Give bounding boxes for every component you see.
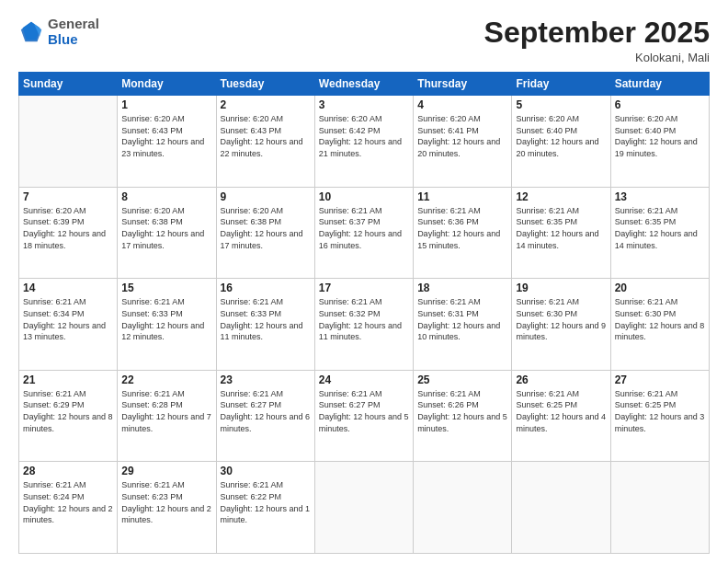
table-row: 16 Sunrise: 6:21 AM Sunset: 6:33 PM Dayl… — [216, 279, 314, 371]
sunrise-text: Sunrise: 6:20 AM — [516, 113, 606, 125]
table-row: 5 Sunrise: 6:20 AM Sunset: 6:40 PM Dayli… — [512, 96, 610, 188]
table-row: 10 Sunrise: 6:21 AM Sunset: 6:37 PM Dayl… — [314, 187, 413, 279]
day-info: Sunrise: 6:21 AM Sunset: 6:27 PM Dayligh… — [319, 388, 409, 434]
daylight-text: Daylight: 12 hours and 13 minutes. — [23, 320, 113, 343]
day-number: 29 — [121, 465, 211, 477]
sunset-text: Sunset: 6:41 PM — [417, 125, 507, 137]
day-number: 19 — [516, 282, 606, 294]
day-number: 14 — [23, 282, 113, 294]
day-number: 1 — [121, 98, 211, 111]
day-info: Sunrise: 6:21 AM Sunset: 6:25 PM Dayligh… — [615, 388, 705, 434]
day-info: Sunrise: 6:20 AM Sunset: 6:40 PM Dayligh… — [615, 113, 705, 159]
day-info: Sunrise: 6:21 AM Sunset: 6:27 PM Dayligh… — [221, 388, 311, 434]
day-number: 9 — [221, 190, 311, 203]
day-info: Sunrise: 6:20 AM Sunset: 6:38 PM Dayligh… — [221, 205, 311, 251]
daylight-text: Daylight: 12 hours and 21 minutes. — [319, 136, 409, 159]
daylight-text: Daylight: 12 hours and 9 minutes. — [516, 320, 606, 343]
day-info: Sunrise: 6:21 AM Sunset: 6:30 PM Dayligh… — [615, 296, 705, 342]
sunset-text: Sunset: 6:24 PM — [23, 491, 113, 503]
sunrise-text: Sunrise: 6:21 AM — [319, 388, 409, 400]
day-info: Sunrise: 6:20 AM Sunset: 6:43 PM Dayligh… — [221, 113, 311, 159]
sunset-text: Sunset: 6:28 PM — [121, 399, 211, 411]
day-info: Sunrise: 6:20 AM Sunset: 6:38 PM Dayligh… — [121, 205, 211, 251]
daylight-text: Daylight: 12 hours and 16 minutes. — [319, 228, 409, 251]
table-row: 30 Sunrise: 6:21 AM Sunset: 6:22 PM Dayl… — [216, 462, 314, 554]
calendar-week-row: 1 Sunrise: 6:20 AM Sunset: 6:43 PM Dayli… — [19, 96, 710, 188]
sunrise-text: Sunrise: 6:20 AM — [221, 113, 311, 125]
daylight-text: Daylight: 12 hours and 2 minutes. — [121, 503, 211, 526]
day-number: 24 — [319, 373, 409, 386]
calendar-header-row: Sunday Monday Tuesday Wednesday Thursday… — [19, 73, 710, 96]
daylight-text: Daylight: 12 hours and 4 minutes. — [516, 411, 606, 434]
col-tuesday: Tuesday — [216, 73, 314, 96]
day-info: Sunrise: 6:20 AM Sunset: 6:39 PM Dayligh… — [23, 205, 113, 251]
table-row: 4 Sunrise: 6:20 AM Sunset: 6:41 PM Dayli… — [414, 96, 512, 188]
day-number: 27 — [615, 373, 705, 386]
sunrise-text: Sunrise: 6:21 AM — [615, 205, 705, 217]
daylight-text: Daylight: 12 hours and 11 minutes. — [221, 320, 311, 343]
daylight-text: Daylight: 12 hours and 20 minutes. — [417, 136, 507, 159]
table-row: 13 Sunrise: 6:21 AM Sunset: 6:35 PM Dayl… — [610, 187, 709, 279]
sunset-text: Sunset: 6:33 PM — [221, 308, 311, 320]
day-number: 21 — [23, 373, 113, 386]
sunset-text: Sunset: 6:25 PM — [615, 399, 705, 411]
col-saturday: Saturday — [610, 73, 709, 96]
col-wednesday: Wednesday — [314, 73, 413, 96]
logo-general: General — [48, 17, 99, 32]
table-row: 28 Sunrise: 6:21 AM Sunset: 6:24 PM Dayl… — [19, 462, 118, 554]
sunset-text: Sunset: 6:30 PM — [615, 308, 705, 320]
sunset-text: Sunset: 6:40 PM — [516, 125, 606, 137]
day-info: Sunrise: 6:21 AM Sunset: 6:28 PM Dayligh… — [121, 388, 211, 434]
table-row — [512, 462, 610, 554]
sunrise-text: Sunrise: 6:21 AM — [23, 388, 113, 400]
day-number: 12 — [516, 190, 606, 203]
table-row: 6 Sunrise: 6:20 AM Sunset: 6:40 PM Dayli… — [610, 96, 709, 188]
day-info: Sunrise: 6:21 AM Sunset: 6:36 PM Dayligh… — [417, 205, 507, 251]
sunrise-text: Sunrise: 6:21 AM — [516, 205, 606, 217]
sunset-text: Sunset: 6:37 PM — [319, 216, 409, 228]
daylight-text: Daylight: 12 hours and 14 minutes. — [516, 228, 606, 251]
day-info: Sunrise: 6:21 AM Sunset: 6:30 PM Dayligh… — [516, 296, 606, 342]
daylight-text: Daylight: 12 hours and 8 minutes. — [615, 320, 705, 343]
sunrise-text: Sunrise: 6:21 AM — [417, 205, 507, 217]
sunset-text: Sunset: 6:38 PM — [221, 216, 311, 228]
day-number: 26 — [516, 373, 606, 386]
table-row: 20 Sunrise: 6:21 AM Sunset: 6:30 PM Dayl… — [610, 279, 709, 371]
table-row: 9 Sunrise: 6:20 AM Sunset: 6:38 PM Dayli… — [216, 187, 314, 279]
table-row: 27 Sunrise: 6:21 AM Sunset: 6:25 PM Dayl… — [610, 370, 709, 462]
sunset-text: Sunset: 6:22 PM — [221, 491, 311, 503]
table-row — [314, 462, 413, 554]
title-block: September 2025 Kolokani, Mali — [484, 17, 710, 64]
col-monday: Monday — [118, 73, 216, 96]
sunrise-text: Sunrise: 6:20 AM — [121, 113, 211, 125]
day-number: 6 — [615, 98, 705, 111]
daylight-text: Daylight: 12 hours and 8 minutes. — [23, 411, 113, 434]
sunrise-text: Sunrise: 6:21 AM — [417, 388, 507, 400]
day-number: 3 — [319, 98, 409, 111]
sunrise-text: Sunrise: 6:21 AM — [221, 479, 311, 491]
daylight-text: Daylight: 12 hours and 5 minutes. — [417, 411, 507, 434]
daylight-text: Daylight: 12 hours and 17 minutes. — [121, 228, 211, 251]
daylight-text: Daylight: 12 hours and 20 minutes. — [516, 136, 606, 159]
day-number: 28 — [23, 465, 113, 477]
daylight-text: Daylight: 12 hours and 14 minutes. — [615, 228, 705, 251]
sunrise-text: Sunrise: 6:21 AM — [121, 388, 211, 400]
sunrise-text: Sunrise: 6:21 AM — [417, 296, 507, 308]
sunset-text: Sunset: 6:26 PM — [417, 399, 507, 411]
page: General Blue September 2025 Kolokani, Ma… — [0, 0, 728, 563]
calendar-week-row: 28 Sunrise: 6:21 AM Sunset: 6:24 PM Dayl… — [19, 462, 710, 554]
table-row: 7 Sunrise: 6:20 AM Sunset: 6:39 PM Dayli… — [19, 187, 118, 279]
table-row: 1 Sunrise: 6:20 AM Sunset: 6:43 PM Dayli… — [118, 96, 216, 188]
sunrise-text: Sunrise: 6:21 AM — [516, 388, 606, 400]
sunset-text: Sunset: 6:43 PM — [221, 125, 311, 137]
daylight-text: Daylight: 12 hours and 23 minutes. — [121, 136, 211, 159]
day-info: Sunrise: 6:21 AM Sunset: 6:33 PM Dayligh… — [221, 296, 311, 342]
sunrise-text: Sunrise: 6:21 AM — [23, 296, 113, 308]
day-info: Sunrise: 6:21 AM Sunset: 6:34 PM Dayligh… — [23, 296, 113, 342]
daylight-text: Daylight: 12 hours and 2 minutes. — [23, 503, 113, 526]
day-number: 22 — [121, 373, 211, 386]
sunset-text: Sunset: 6:42 PM — [319, 125, 409, 137]
col-friday: Friday — [512, 73, 610, 96]
calendar-week-row: 21 Sunrise: 6:21 AM Sunset: 6:29 PM Dayl… — [19, 370, 710, 462]
day-info: Sunrise: 6:21 AM Sunset: 6:35 PM Dayligh… — [516, 205, 606, 251]
